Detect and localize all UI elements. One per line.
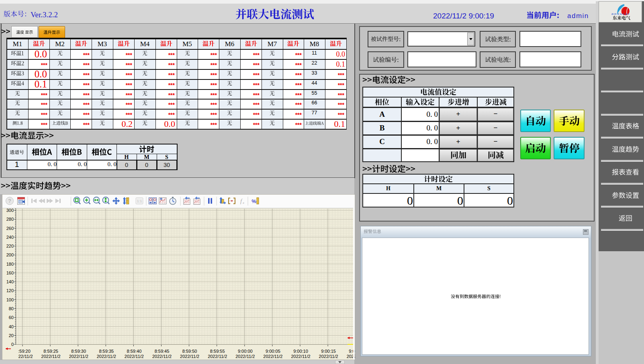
svg-text:8:59:30: 8:59:30 (71, 349, 86, 354)
svg-text:80: 80 (9, 306, 14, 311)
svg-text:100: 100 (6, 297, 14, 302)
svg-text:9:00:05: 9:00:05 (266, 349, 280, 354)
svg-text:1:1: 1:1 (137, 199, 142, 203)
svg-text:9:00:15: 9:00:15 (321, 349, 336, 354)
svg-text:2022/11/2: 2022/11/2 (291, 354, 310, 359)
svg-text:2022/11/2: 2022/11/2 (319, 354, 338, 359)
svg-text:8:59:45: 8:59:45 (155, 349, 170, 354)
svg-text:2022/11/2: 2022/11/2 (125, 354, 144, 359)
svg-text:2022/11/2: 2022/11/2 (97, 354, 116, 359)
svg-text:x: x (242, 201, 244, 205)
svg-text:?: ? (8, 198, 11, 204)
svg-text:280: 280 (6, 217, 14, 222)
svg-text:2022/11/2: 2022/11/2 (41, 354, 61, 359)
svg-text:2022/11/2: 2022/11/2 (180, 354, 199, 359)
svg-text:120: 120 (6, 288, 14, 293)
svg-text:2022/11/2: 2022/11/2 (235, 354, 255, 359)
svg-text:60: 60 (9, 315, 14, 320)
svg-text:160: 160 (6, 270, 14, 275)
svg-text:8:59:50: 8:59:50 (182, 349, 197, 354)
svg-text:260: 260 (6, 226, 14, 231)
svg-text:220: 220 (6, 244, 14, 248)
svg-text:140: 140 (6, 279, 14, 284)
svg-text:300: 300 (6, 208, 14, 213)
svg-text:9:00:00: 9:00:00 (238, 349, 253, 354)
svg-text:240: 240 (6, 235, 14, 240)
svg-text:40: 40 (9, 324, 14, 329)
svg-text:%: % (251, 198, 256, 204)
svg-text:200: 200 (6, 252, 14, 257)
svg-text:2022/11/2: 2022/11/2 (263, 354, 282, 359)
svg-text:8:59:35: 8:59:35 (99, 349, 114, 354)
svg-text:20: 20 (9, 333, 14, 338)
svg-text:8:59:25: 8:59:25 (43, 349, 58, 354)
svg-text:180: 180 (6, 262, 14, 266)
svg-text:2022/11/2: 2022/11/2 (152, 354, 172, 359)
svg-text:0: 0 (11, 342, 14, 347)
svg-text:8:59:40: 8:59:40 (127, 349, 142, 354)
svg-text:9:00:10: 9:00:10 (293, 349, 308, 354)
svg-text:2022/11/2: 2022/11/2 (208, 354, 227, 359)
svg-text:8:59:55: 8:59:55 (210, 349, 225, 354)
svg-text:2022/11/2: 2022/11/2 (69, 354, 88, 359)
